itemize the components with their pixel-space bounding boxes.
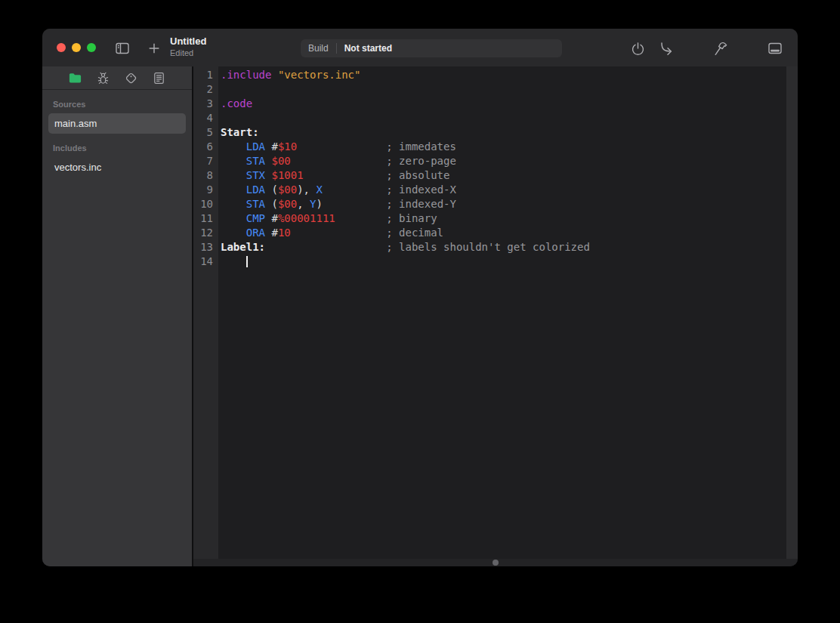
code-area[interactable]: .include "vectors.inc".codeStart: LDA #$… [218,66,786,559]
code-line[interactable]: Start: [221,125,786,140]
line-number: 12 [193,226,218,240]
traffic-lights [57,43,96,52]
code-line[interactable] [221,82,786,97]
debug-bug-icon[interactable] [96,70,111,85]
line-number: 6 [193,140,218,154]
vertical-scrollbar-track[interactable] [786,66,798,559]
new-tab-icon[interactable] [145,39,163,57]
code-line[interactable] [221,111,786,125]
sidebar-sections: Sourcesmain.asmIncludesvectors.inc [42,90,192,177]
code-line[interactable]: LDA #$10 ; immedates [221,140,786,154]
editor-column: 1234567891011121314 .include "vectors.in… [193,66,798,566]
navigator-sidebar: Sourcesmain.asmIncludesvectors.inc [42,66,193,566]
splitter-drag-handle[interactable] [493,560,499,566]
navigator-tab-bar [42,66,192,90]
code-line[interactable]: .include "vectors.inc" [221,68,786,82]
code-line[interactable]: ORA #10 ; decimal [221,226,786,240]
tag-icon[interactable] [124,70,139,85]
editor[interactable]: 1234567891011121314 .include "vectors.in… [193,66,798,559]
window-title-block: Untitled Edited [170,35,206,58]
minimize-window-button[interactable] [72,43,81,52]
line-number: 13 [193,240,218,254]
close-window-button[interactable] [57,43,66,52]
build-status-field[interactable]: Build Not started [301,39,562,57]
document-title: Untitled [170,35,206,48]
code-line[interactable]: STX $1001 ; absolute [221,168,786,183]
folder-fill [69,73,81,82]
line-number: 9 [193,183,218,197]
section-label: Sources [42,100,192,109]
line-number: 5 [193,125,218,140]
code-line[interactable]: STA $00 ; zero-page [221,154,786,168]
section-label: Includes [42,143,192,153]
code-line[interactable]: CMP #%00001111 ; binary [221,211,786,226]
continue-icon[interactable] [657,39,675,57]
code-line[interactable]: .code [221,97,786,111]
code-line[interactable]: STA ($00, Y) ; indexed-Y [221,197,786,211]
line-number: 1 [193,68,218,82]
build-hammer-icon[interactable] [711,39,729,57]
build-status-text: Not started [337,43,400,54]
line-number: 8 [193,168,218,183]
line-number: 4 [193,111,218,125]
line-number: 10 [193,197,218,211]
bottom-panel-splitter[interactable] [193,559,798,566]
code-line[interactable]: LDA ($00), X ; indexed-X [221,183,786,197]
build-label: Build [301,43,336,54]
document-status: Edited [170,48,206,58]
file-item-vectors.inc[interactable]: vectors.inc [48,157,186,177]
files-folder-icon[interactable] [68,70,83,85]
log-document-icon[interactable] [152,70,167,85]
text-cursor [246,256,248,267]
line-number: 14 [193,254,218,269]
zoom-window-button[interactable] [87,43,96,52]
power-icon[interactable] [628,39,647,57]
line-number: 7 [193,154,218,168]
code-line[interactable] [221,254,786,269]
file-item-main.asm[interactable]: main.asm [48,113,186,134]
sidebar-toggle-icon[interactable] [113,39,131,57]
line-number: 2 [193,82,218,97]
line-number-gutter: 1234567891011121314 [193,66,218,559]
code-line[interactable]: Label1: ; labels shouldn't get colorized [221,240,786,254]
line-number: 11 [193,211,218,226]
window-content: Sourcesmain.asmIncludesvectors.inc 12345… [42,66,798,566]
toolbar: Untitled Edited Build Not started [42,29,798,66]
line-number: 3 [193,97,218,111]
app-window: Untitled Edited Build Not started [42,29,798,566]
bottom-panel-icon[interactable] [766,39,784,57]
